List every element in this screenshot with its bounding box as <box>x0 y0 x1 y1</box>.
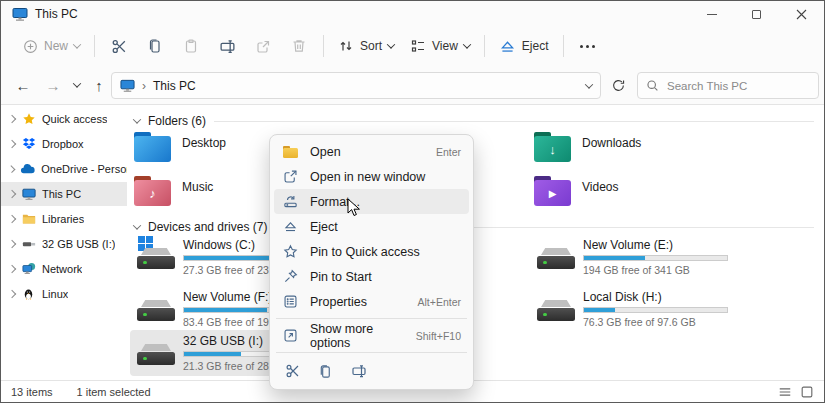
section-rule <box>214 121 814 122</box>
new-button[interactable]: New <box>15 31 88 61</box>
chevron-right-icon[interactable] <box>8 265 16 273</box>
menu-separator <box>276 352 467 353</box>
folder-tile-videos[interactable]: ▶ Videos <box>534 176 724 216</box>
menu-quick-actions <box>274 357 469 385</box>
windows-drive-icon <box>136 238 176 272</box>
eject-button[interactable]: Eject <box>491 31 557 61</box>
rename-icon <box>219 38 236 55</box>
chevron-down-icon <box>463 40 471 48</box>
rename-button[interactable] <box>209 31 245 61</box>
drive-tile-new-volume-e[interactable]: New Volume (E:) 194 GB free of 341 GB <box>530 234 825 280</box>
cut-button[interactable] <box>101 31 137 61</box>
menu-shortcut: Enter <box>436 146 461 158</box>
close-button[interactable] <box>779 1 824 27</box>
menu-item-open[interactable]: Open Enter <box>274 139 469 164</box>
new-button-label: New <box>44 39 68 53</box>
share-button[interactable] <box>245 31 281 61</box>
mouse-cursor <box>347 198 361 218</box>
see-more-button[interactable] <box>570 31 606 61</box>
chevron-right-icon[interactable] <box>8 165 16 173</box>
menu-item-pin-to-start[interactable]: Pin to Start <box>274 264 469 289</box>
details-view-toggle[interactable] <box>778 385 792 399</box>
drive-name: New Volume (E:) <box>583 238 728 252</box>
sidebar-item-label: Libraries <box>42 213 84 225</box>
search-input[interactable] <box>667 80 802 92</box>
sidebar-item-label: Linux <box>42 288 68 300</box>
back-button[interactable]: ← <box>9 71 37 99</box>
sidebar-item-label: 32 GB USB (I:) <box>42 238 115 250</box>
chevron-right-icon[interactable] <box>8 140 16 148</box>
chevron-down-icon[interactable] <box>133 115 141 123</box>
rename-icon[interactable] <box>350 363 367 380</box>
chevron-down-icon[interactable] <box>133 221 141 229</box>
breadcrumb-bar[interactable]: › This PC <box>111 72 601 99</box>
menu-item-open-in-new-window[interactable]: Open in new window <box>274 164 469 189</box>
paste-button[interactable] <box>173 31 209 61</box>
sort-button[interactable]: Sort <box>330 31 402 61</box>
sidebar-item-network[interactable]: Network <box>1 257 127 281</box>
chevron-right-icon[interactable] <box>8 115 16 123</box>
recent-locations-button[interactable] <box>67 71 87 99</box>
copy-icon[interactable] <box>317 363 334 380</box>
sidebar-item-onedrive[interactable]: OneDrive - Personal <box>1 157 127 181</box>
open-new-window-icon <box>282 168 299 185</box>
downloads-folder-icon: ↓ <box>534 132 571 162</box>
show-more-options-icon <box>282 327 299 344</box>
chevron-right-icon[interactable] <box>8 215 16 223</box>
sort-icon <box>338 38 354 54</box>
folder-tile-downloads[interactable]: ↓ Downloads <box>534 132 724 172</box>
more-options-icon <box>580 45 595 48</box>
folders-section-header[interactable]: Folders (6) <box>134 114 814 128</box>
menu-item-properties[interactable]: Properties Alt+Enter <box>274 289 469 314</box>
menu-item-label: Open in new window <box>310 170 425 184</box>
window-title: This PC <box>35 7 78 21</box>
minimize-icon <box>707 14 717 15</box>
drive-free-space: 76.3 GB free of 97.6 GB <box>583 316 728 328</box>
search-icon <box>646 79 659 92</box>
chevron-down-icon <box>73 79 81 87</box>
sidebar-item-this-pc[interactable]: This PC <box>1 182 127 206</box>
breadcrumb-this-pc[interactable]: This PC <box>153 79 196 93</box>
toolbar-divider <box>94 35 95 57</box>
pin-icon <box>282 268 299 285</box>
title-bar: This PC <box>1 1 824 27</box>
navigation-pane: Quick access Dropbox OneDrive - Personal… <box>1 106 127 380</box>
sidebar-item-libraries[interactable]: Libraries <box>1 207 127 231</box>
sidebar-item-quick-access[interactable]: Quick access <box>1 107 127 131</box>
delete-button[interactable] <box>281 31 317 61</box>
sidebar-item-dropbox[interactable]: Dropbox <box>1 132 127 156</box>
view-icon <box>410 38 426 54</box>
up-button[interactable]: ↑ <box>85 71 113 99</box>
breadcrumb-separator: › <box>142 79 146 93</box>
copy-button[interactable] <box>137 31 173 61</box>
large-icons-view-toggle[interactable] <box>800 385 814 399</box>
maximize-button[interactable] <box>734 1 779 27</box>
maximize-icon <box>752 10 761 19</box>
menu-item-pin-to-quick-access[interactable]: Pin to Quick access <box>274 239 469 264</box>
drive-free-space: 194 GB free of 341 GB <box>583 264 728 276</box>
menu-item-eject[interactable]: Eject <box>274 214 469 239</box>
chevron-right-icon[interactable] <box>8 240 16 248</box>
chevron-right-icon[interactable] <box>8 190 16 198</box>
menu-item-format[interactable]: Format... <box>274 189 469 214</box>
address-dropdown-icon[interactable] <box>585 80 593 88</box>
refresh-button[interactable] <box>605 72 631 99</box>
menu-item-show-more-options[interactable]: Show more options Shift+F10 <box>274 323 469 348</box>
drive-tile-local-disk-h[interactable]: Local Disk (H:) 76.3 GB free of 97.6 GB <box>530 286 825 332</box>
view-button[interactable]: View <box>402 31 478 61</box>
sidebar-item-linux[interactable]: Linux <box>1 282 127 306</box>
drives-section-label: Devices and drives (7) <box>148 220 267 234</box>
paste-icon <box>183 38 199 54</box>
chevron-right-icon[interactable] <box>8 290 16 298</box>
drives-section-header[interactable]: Devices and drives (7) <box>134 220 814 234</box>
sidebar-item-usb-drive[interactable]: 32 GB USB (I:) <box>1 232 127 256</box>
menu-separator <box>276 318 467 319</box>
star-icon <box>21 112 36 127</box>
cut-icon[interactable] <box>284 363 301 380</box>
eject-button-label: Eject <box>522 39 549 53</box>
sidebar-item-label: Network <box>42 263 82 275</box>
forward-button[interactable]: → <box>39 71 67 99</box>
minimize-button[interactable] <box>689 1 734 27</box>
format-drive-icon <box>282 193 299 210</box>
sidebar-item-label: OneDrive - Personal <box>41 163 127 175</box>
